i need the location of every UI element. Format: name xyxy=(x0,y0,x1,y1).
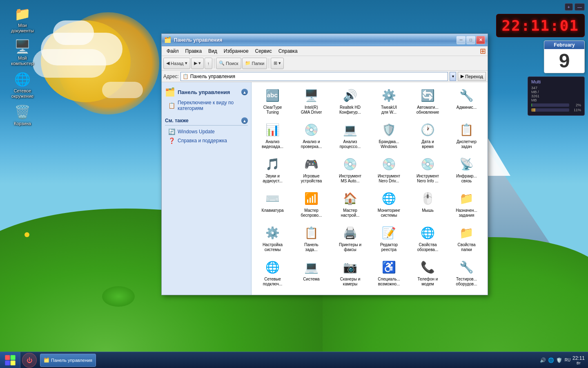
tray-network-icon[interactable]: 🌐 xyxy=(548,357,555,364)
cp-icon-user-accounts-p[interactable]: 👤 Учётныезаписи п... xyxy=(408,290,447,295)
cp-icon-realtek[interactable]: 🔊 Realtek HDКонфигур... xyxy=(331,84,370,118)
cp-icon-mouse[interactable]: 🖱️ Мышь xyxy=(408,187,447,221)
datetime-icon: 🕐 xyxy=(420,121,436,138)
cp-icon-printers[interactable]: 🖨️ Принтеры ифаксы xyxy=(331,221,370,256)
sidebar-collapse-button[interactable]: ▲ xyxy=(241,89,248,95)
up-button[interactable]: ↑ xyxy=(205,58,213,69)
game-devices-icon: 🎮 xyxy=(303,156,320,172)
search-button[interactable]: 🔍 Поиск xyxy=(216,58,241,69)
see-also-section: См. также ▲ 🔄 Windows Update ❓ Справка и… xyxy=(165,117,248,145)
cp-icon-tweakui[interactable]: ⚙️ TweakUIдля W... xyxy=(370,84,408,118)
tray-volume-icon[interactable]: 🔊 xyxy=(540,357,546,364)
cp-icon-auto-update[interactable]: 🔄 Автомати...обновление xyxy=(408,84,447,118)
desktop-icon-my-docs[interactable]: 📁 Моидокументы xyxy=(8,4,37,35)
cp-icon-intel-gma[interactable]: 🖥️ Intel(R)GMA Driver xyxy=(292,84,331,118)
cp-icon-ms-auto[interactable]: 💿 ИнструментMS Auto... xyxy=(331,153,370,187)
power-button[interactable]: ⏻ xyxy=(22,353,37,368)
dash-button[interactable]: — xyxy=(575,3,585,11)
calendar-widget: February 9 xyxy=(544,40,585,73)
address-text[interactable]: Панель управления xyxy=(190,74,446,79)
menu-edit[interactable]: Правка xyxy=(182,47,205,55)
cp-icon-sounds[interactable]: 🎵 Звуки иаудиоуст... xyxy=(253,153,292,187)
bluetooth-icon: 🔷 xyxy=(342,293,359,295)
cp-icon-scheduled-tasks[interactable]: 📁 Назначен...задания xyxy=(447,187,486,221)
cp-icon-monitoring[interactable]: 🌐 Мониторингсистемы xyxy=(370,187,408,221)
sidebar-link-help[interactable]: ❓ Справка и поддержка xyxy=(165,136,248,145)
cp-icon-cpu-analyze[interactable]: 💻 Анализпроцессо... xyxy=(331,118,370,153)
window-titlebar: 🗂️ Панель управления ─ □ ✕ xyxy=(162,34,488,46)
menu-file[interactable]: Файл xyxy=(163,47,182,55)
cp-icon-video-analyze[interactable]: 📊 Анализвидеоада... xyxy=(253,118,292,153)
network-connections-label: Сетевыеподключ... xyxy=(263,277,283,287)
cp-icon-disk-analyze[interactable]: 💿 Анализ ипроверка... xyxy=(292,118,331,153)
menu-service[interactable]: Сервис xyxy=(252,47,275,55)
sidebar-help-label: Справка и поддержка xyxy=(178,138,227,144)
cp-icon-task-manager[interactable]: 📋 Диспетчерзадач xyxy=(447,118,486,153)
cp-icon-taskbar-panel[interactable]: 📋 Панельзада... xyxy=(292,221,331,256)
desktop-icon-trash[interactable]: 🗑️ Корзина xyxy=(8,102,37,128)
user-accounts-icon: 👥 xyxy=(381,293,397,295)
cp-icon-keyboard[interactable]: ⌨️ Клавиатура xyxy=(253,187,292,221)
disk-analyze-label: Анализ ипроверка... xyxy=(301,139,322,149)
start-button[interactable] xyxy=(0,352,20,368)
cp-icon-game-devices[interactable]: 🎮 Игровыеустройства xyxy=(292,153,331,187)
desktop-icon-my-computer[interactable]: 🖥️ Мойкомпьютер xyxy=(8,37,37,68)
system-icon: 💻 xyxy=(303,259,320,275)
folders-button[interactable]: 📁 Папки xyxy=(242,58,267,69)
ram-widget: Multi 347 MB / 3261 MB 2% 11% xyxy=(528,76,585,116)
close-button[interactable]: ✕ xyxy=(476,36,485,44)
accessibility-label: Специаль...возможно... xyxy=(378,277,400,287)
address-dropdown[interactable]: ▾ xyxy=(450,72,456,81)
cp-icon-fonts[interactable]: 🔤 Шрифты xyxy=(447,290,486,295)
sidebar-switch-label: Переключение к виду по категориям xyxy=(178,100,245,111)
cp-icon-add-remove-progs[interactable]: 💿 Установкаи удален... xyxy=(253,290,292,295)
plus-button[interactable]: + xyxy=(565,3,573,11)
cp-icon-firewall[interactable]: 🛡️ Брандма...Windows xyxy=(370,118,408,153)
cp-icon-nero-driv[interactable]: 💿 ИнструментNero Driv... xyxy=(370,153,408,187)
cp-icon-scanners[interactable]: 📷 Сканеры икамеры xyxy=(331,256,370,290)
views-button[interactable]: ⊞ ▾ xyxy=(271,58,284,69)
calendar-month: February xyxy=(544,41,584,49)
see-also-collapse-button[interactable]: ▲ xyxy=(241,117,248,124)
cp-icon-datetime[interactable]: 🕐 Дата ивремя xyxy=(408,118,447,153)
tray-clock[interactable]: 22:11 Вт xyxy=(572,355,585,365)
cp-icon-folder-props[interactable]: 📁 Свойствапапки xyxy=(447,221,486,256)
cp-icon-bluetooth[interactable]: 🔷 УстройстваBluetooth xyxy=(331,290,370,295)
cp-icon-admin[interactable]: 🔧 Админис... xyxy=(447,84,486,118)
back-button[interactable]: ◀ Назад ▾ xyxy=(163,58,190,69)
admin-label: Админис... xyxy=(457,105,477,110)
sidebar-link-windows-update[interactable]: 🔄 Windows Update xyxy=(165,127,248,136)
cp-icon-setup-wizard[interactable]: 🏠 Мастернастрой... xyxy=(331,187,370,221)
cp-icon-hw-install[interactable]: 🖨️ Установкаоборудов... xyxy=(292,290,331,295)
switch-view-icon: 📋 xyxy=(168,102,175,109)
cp-icon-hw-test[interactable]: 🔧 Тестиров...оборудов... xyxy=(447,256,486,290)
cp-icon-ie-properties[interactable]: 🌐 Свойстваобозрева... xyxy=(408,221,447,256)
ram-bar-row-2: 11% xyxy=(531,108,581,112)
tray-lang-icon[interactable]: RU xyxy=(564,357,571,364)
cp-icon-system[interactable]: 💻 Система xyxy=(292,256,331,290)
cp-icon-cleartype[interactable]: 🔤 ClearTypeTuning xyxy=(253,84,292,118)
cp-icon-user-accounts[interactable]: 👥 Учётныезапис... xyxy=(370,290,408,295)
cp-icon-accessibility[interactable]: ♿ Специаль...возможно... xyxy=(370,256,408,290)
cp-icon-registry[interactable]: 📝 Редакторреестра xyxy=(370,221,408,256)
maximize-button[interactable]: □ xyxy=(466,36,475,44)
forward-button[interactable]: ▶ ▾ xyxy=(191,58,204,69)
menu-help[interactable]: Справка xyxy=(275,47,301,55)
taskbar-item-cp[interactable]: 🗂️ Панель управления xyxy=(40,354,96,367)
cp-icon-nero-info[interactable]: 💿 ИнструментNero Info ... xyxy=(408,153,447,187)
cp-icon-phone-modem[interactable]: 📞 Телефон имодем xyxy=(408,256,447,290)
ram-pct-1: 2% xyxy=(571,103,581,107)
green-bush xyxy=(102,286,135,307)
minimize-button[interactable]: ─ xyxy=(457,36,466,44)
menu-view[interactable]: Вид xyxy=(205,47,220,55)
cp-icon-infrared[interactable]: 📡 Инфракр...связь xyxy=(447,153,486,187)
sounds-icon: 🎵 xyxy=(265,156,281,172)
menu-favorites[interactable]: Избранное xyxy=(220,47,252,55)
sidebar-link-switch-view[interactable]: 📋 Переключение к виду по категориям xyxy=(165,99,248,112)
desktop-icon-network[interactable]: 🌐 Сетевоеокружение xyxy=(8,70,37,101)
tray-shield-icon[interactable]: 🛡️ xyxy=(556,357,563,364)
cp-icon-wireless-wizard[interactable]: 📶 Мастербеспрово... xyxy=(292,187,331,221)
cp-icon-network-connections[interactable]: 🌐 Сетевыеподключ... xyxy=(253,256,292,290)
goto-button[interactable]: ▶ Переход xyxy=(458,72,486,81)
cp-icon-sys-settings[interactable]: ⚙️ Настройкасистемы xyxy=(253,221,292,256)
